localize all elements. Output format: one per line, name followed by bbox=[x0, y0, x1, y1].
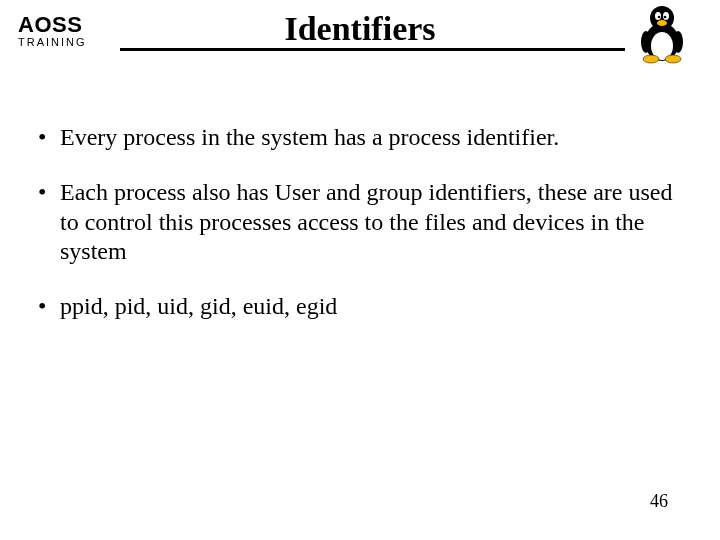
svg-point-6 bbox=[664, 16, 667, 19]
svg-point-3 bbox=[655, 12, 661, 20]
svg-point-2 bbox=[650, 6, 674, 30]
svg-point-8 bbox=[643, 55, 659, 63]
svg-point-4 bbox=[663, 12, 669, 20]
list-item: ppid, pid, uid, gid, euid, egid bbox=[36, 292, 684, 321]
tux-penguin-icon bbox=[635, 2, 690, 64]
slide-header: AOSS TRAINING Identifiers bbox=[0, 0, 720, 75]
list-item: Every process in the system has a proces… bbox=[36, 123, 684, 152]
list-item: Each process also has User and group ide… bbox=[36, 178, 684, 266]
svg-point-7 bbox=[657, 20, 667, 26]
svg-point-10 bbox=[641, 31, 651, 53]
svg-point-9 bbox=[665, 55, 681, 63]
header-rule bbox=[120, 48, 625, 51]
bullet-list: Every process in the system has a proces… bbox=[36, 123, 684, 321]
svg-point-11 bbox=[673, 31, 683, 53]
page-number: 46 bbox=[650, 491, 668, 512]
svg-point-5 bbox=[658, 16, 661, 19]
slide-title: Identifiers bbox=[0, 10, 720, 48]
slide-content: Every process in the system has a proces… bbox=[0, 75, 720, 321]
